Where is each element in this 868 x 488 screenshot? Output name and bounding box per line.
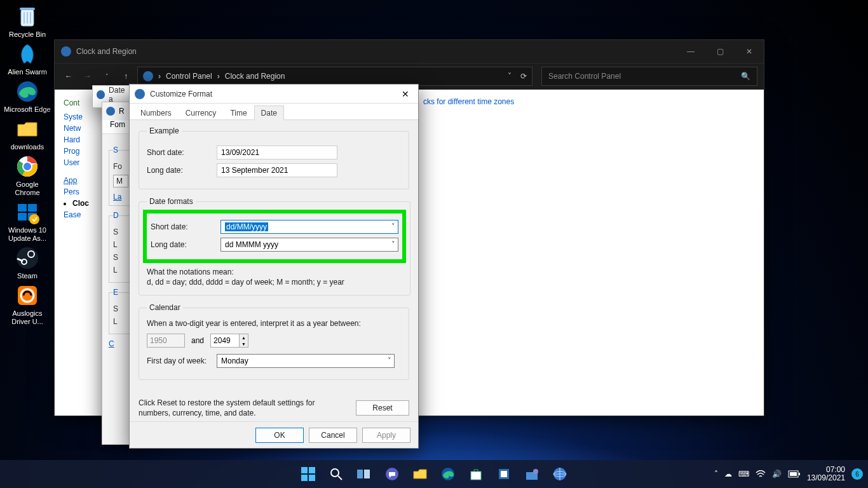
search-placeholder: Search Control Panel [548, 72, 621, 81]
icon-steam[interactable]: Steam [4, 245, 51, 280]
explorer-button[interactable] [408, 462, 432, 486]
app-button[interactable] [520, 462, 544, 486]
forward-button[interactable]: → [80, 69, 95, 84]
spin-up-icon[interactable]: ▲ [239, 334, 248, 341]
dialog-footer: OK Cancel Apply [130, 421, 418, 448]
search-input[interactable]: Search Control Panel 🔍 [541, 67, 757, 86]
window-title: Date a [109, 86, 130, 104]
alien-icon [15, 41, 40, 67]
chevron-down-icon[interactable]: ˅ [508, 72, 512, 81]
maximize-button[interactable]: ▢ [705, 40, 735, 63]
combo-long-date[interactable]: dd MMMM yyyy ˅ [220, 238, 398, 252]
timezone-link[interactable]: cks for different time zones [423, 97, 514, 106]
tray-chevron-icon[interactable]: ˄ [714, 470, 718, 478]
icon-alien-swarm[interactable]: Alien Swarm [4, 41, 51, 76]
svg-rect-27 [501, 471, 507, 477]
legend-calendar: Calendar [147, 303, 183, 312]
svg-rect-34 [790, 472, 797, 476]
icon-label: Alien Swarm [8, 68, 47, 76]
titlebar[interactable]: Customize Format ✕ [130, 85, 418, 104]
tab-currency[interactable]: Currency [179, 105, 224, 119]
chrome-icon [15, 154, 40, 179]
minimize-button[interactable]: — [676, 40, 705, 63]
highlight-date-formats: Short date: dd/MM/yyyy ˅ Long date: dd M… [143, 210, 406, 263]
svg-rect-16 [309, 467, 315, 473]
taskbar: ˄ ☁ ⌨ 🔊 07:00 13/09/2021 6 [0, 460, 868, 488]
combo-first-day-of-week[interactable]: Monday ˅ [217, 354, 395, 368]
icon-google-chrome[interactable]: Google Chrome [4, 154, 51, 197]
tab-time[interactable]: Time [223, 105, 254, 119]
steam-icon [15, 245, 40, 271]
tab-date[interactable]: Date [254, 105, 284, 120]
store-button[interactable] [464, 462, 488, 486]
chat-button[interactable] [380, 462, 404, 486]
address-bar[interactable]: › Control Panel › Clock and Region ˅ ⟳ [137, 67, 532, 86]
svg-point-4 [23, 162, 32, 171]
icon-recycle-bin[interactable]: Recycle Bin [4, 4, 51, 39]
reset-button[interactable]: Reset [356, 400, 409, 416]
legend-example: Example [147, 126, 182, 135]
combo-short-date[interactable]: dd/MM/yyyy ˅ [220, 220, 398, 234]
window-customize-format: Customize Format ✕ Numbers Currency Time… [129, 84, 419, 449]
icon-auslogics[interactable]: Auslogics Driver U... [4, 283, 51, 326]
label-short-date-fmt: Short date: [151, 222, 220, 231]
up-button[interactable]: ↑ [118, 69, 133, 84]
spin-down-icon[interactable]: ▼ [239, 341, 248, 347]
tray-date: 13/09/2021 [807, 474, 845, 482]
svg-rect-7 [18, 213, 27, 220]
notations-header: What the notations mean: [147, 267, 402, 277]
edge-button[interactable] [436, 462, 460, 486]
region-icon [135, 89, 145, 99]
notations-text: d, dd = day; ddd, dddd = day of week; M … [147, 277, 402, 287]
window-title: Customize Format [150, 90, 212, 98]
tab-numbers[interactable]: Numbers [133, 105, 179, 119]
keyboard-icon[interactable]: ⌨ [738, 470, 749, 478]
breadcrumb-leaf[interactable]: Clock and Region [225, 72, 285, 81]
icon-microsoft-edge[interactable]: Microsoft Edge [4, 79, 51, 114]
spin-year-from: 1950 [147, 334, 185, 348]
battery-icon[interactable] [788, 470, 801, 478]
svg-rect-33 [799, 473, 800, 475]
svg-rect-6 [28, 204, 37, 212]
svg-line-20 [338, 476, 342, 480]
svg-rect-17 [301, 475, 308, 481]
volume-icon[interactable]: 🔊 [772, 470, 782, 478]
refresh-icon[interactable]: ⟳ [520, 72, 527, 81]
icon-label: downloads [11, 143, 44, 151]
group-example: Example Short date: 13/09/2021 Long date… [139, 126, 409, 189]
taskview-button[interactable] [352, 462, 376, 486]
recent-button[interactable]: ˅ [99, 69, 114, 84]
tray-clock[interactable]: 07:00 13/09/2021 [807, 466, 845, 482]
label-first-day-of-week: First day of week: [147, 356, 217, 365]
close-button[interactable]: ✕ [735, 40, 764, 63]
breadcrumb-root[interactable]: Control Panel [166, 72, 212, 81]
clock-icon [61, 46, 71, 57]
start-button[interactable] [296, 462, 320, 486]
notification-badge[interactable]: 6 [851, 468, 863, 480]
apply-button[interactable]: Apply [362, 428, 410, 443]
app-button[interactable] [492, 462, 516, 486]
spin-year-to[interactable]: 2049 ▲▼ [210, 334, 248, 348]
cancel-button[interactable]: Cancel [309, 428, 357, 443]
region-button[interactable] [548, 462, 572, 486]
window-title-prefix: R [119, 107, 125, 116]
wifi-icon[interactable] [756, 470, 766, 478]
back-button[interactable]: ← [61, 69, 76, 84]
search-button[interactable] [324, 462, 348, 486]
tab-row: Numbers Currency Time Date [130, 104, 418, 120]
label-long-date-fmt: Long date: [151, 240, 220, 249]
combo-value: Monday [221, 356, 248, 365]
icon-downloads[interactable]: downloads [4, 116, 51, 151]
svg-point-10 [17, 247, 38, 269]
icon-label: Recycle Bin [9, 30, 46, 39]
icon-label: Microsoft Edge [4, 105, 50, 114]
icon-label: Steam [17, 272, 37, 280]
titlebar[interactable]: Clock and Region — ▢ ✕ [55, 40, 764, 63]
ok-button[interactable]: OK [255, 428, 304, 443]
close-button[interactable]: ✕ [398, 86, 413, 102]
icon-win10-update-assistant[interactable]: Windows 10 Update As... [4, 200, 51, 243]
cpl-icon [143, 71, 153, 81]
edge-icon [15, 79, 40, 104]
onedrive-icon[interactable]: ☁ [724, 470, 732, 478]
tab-formats[interactable]: Fom [110, 120, 125, 129]
